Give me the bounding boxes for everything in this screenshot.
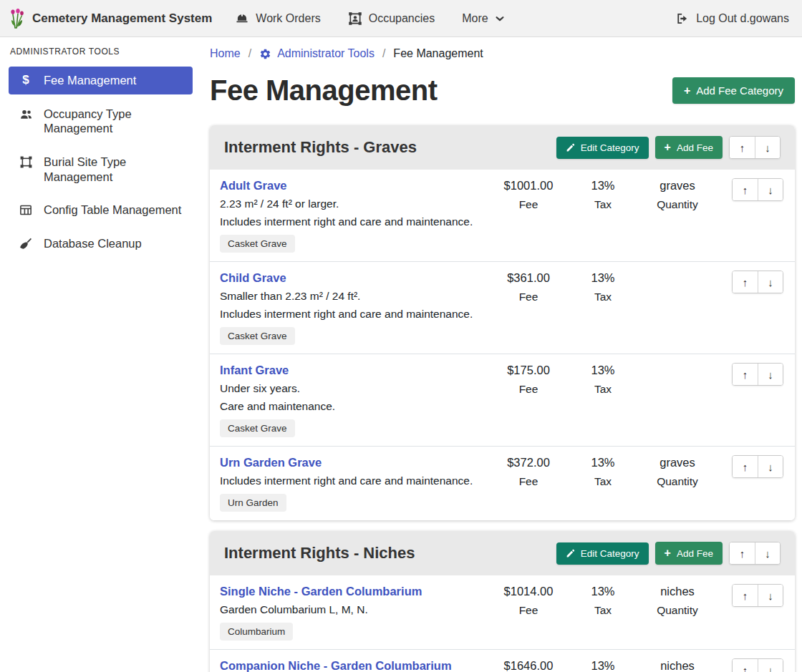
- fee-tax: 13%: [566, 271, 640, 285]
- chevron-down-icon: [495, 14, 505, 24]
- fee-description: Garden Columbarium L, M, N.: [220, 603, 491, 616]
- fee-amount-label: Fee: [491, 475, 566, 488]
- sidebar-item-fee-management[interactable]: $ Fee Management: [9, 67, 193, 94]
- plus-icon: +: [684, 85, 690, 97]
- move-fee-down-button[interactable]: ↓: [758, 659, 783, 672]
- breadcrumb-separator: /: [248, 47, 251, 60]
- nav-work-orders[interactable]: Work Orders: [235, 11, 320, 26]
- fee-quantity-label: Quantity: [640, 604, 715, 617]
- nav-work-orders-label: Work Orders: [256, 12, 320, 25]
- sidebar-item-burial-site-type-management[interactable]: Burial Site Type Management: [9, 148, 193, 190]
- fee-name-link[interactable]: Single Niche - Garden Columbarium: [220, 585, 422, 598]
- edit-category-label: Edit Category: [581, 548, 639, 559]
- move-category-up-button[interactable]: ↑: [730, 542, 755, 564]
- tulip-logo-icon: [9, 9, 26, 29]
- breadcrumb-admin-tools-link[interactable]: Administrator Tools: [259, 47, 375, 60]
- move-fee-up-button[interactable]: ↑: [733, 271, 758, 293]
- fee-type-badge: Casket Grave: [220, 235, 295, 253]
- fee-description: 2.23 m² / 24 ft² or larger.: [220, 198, 491, 210]
- gear-icon: [259, 48, 271, 60]
- users-icon: [17, 107, 34, 122]
- fee-description: Includes interment right and care and ma…: [220, 215, 491, 228]
- sidebar-items: $ Fee Management Occupancy Type Manageme…: [10, 67, 193, 258]
- move-fee-up-button[interactable]: ↑: [733, 179, 758, 200]
- fee-quantity: niches: [640, 659, 715, 672]
- fee-description: Includes interment right and care and ma…: [220, 308, 491, 321]
- sidebar-item-database-cleanup[interactable]: Database Cleanup: [9, 230, 193, 258]
- fee-name-link[interactable]: Adult Grave: [220, 179, 287, 193]
- fee-reorder-group: ↑ ↓: [732, 658, 783, 672]
- fee-reorder-group: ↑ ↓: [732, 363, 783, 386]
- fee-description: Smaller than 2.23 m² / 24 ft².: [220, 290, 491, 303]
- move-fee-down-button[interactable]: ↓: [758, 179, 783, 200]
- broom-icon: [17, 237, 34, 251]
- fee-name-link[interactable]: Infant Grave: [220, 364, 289, 377]
- breadcrumb-separator: /: [382, 47, 385, 60]
- fee-quantity-label: Quantity: [640, 475, 715, 488]
- fee-row: Child Grave Smaller than 2.23 m² / 24 ft…: [210, 262, 795, 354]
- move-fee-down-button[interactable]: ↓: [758, 271, 783, 293]
- edit-category-button[interactable]: Edit Category: [556, 542, 649, 565]
- fee-quantity: graves: [640, 179, 715, 193]
- move-fee-up-button[interactable]: ↑: [733, 659, 758, 672]
- sidebar-item-occupancy-type-management[interactable]: Occupancy Type Management: [9, 100, 193, 142]
- breadcrumb-home-link[interactable]: Home: [210, 47, 241, 60]
- app-brand[interactable]: Cemetery Management System: [9, 9, 212, 29]
- fee-amount: $175.00: [491, 364, 566, 377]
- fee-name-link[interactable]: Urn Garden Grave: [220, 456, 322, 469]
- fee-list: Single Niche - Garden Columbarium Garden…: [210, 575, 795, 672]
- top-navbar: Cemetery Management System Work Orders: [0, 0, 802, 37]
- fee-row: Companion Niche - Garden Columbarium Gar…: [210, 650, 795, 672]
- fee-type-badge: Casket Grave: [220, 419, 295, 437]
- sidebar-item-label: Occupancy Type Management: [44, 107, 184, 136]
- move-category-down-button[interactable]: ↓: [755, 542, 780, 564]
- fee-reorder-group: ↑ ↓: [732, 271, 783, 293]
- plus-icon: +: [665, 547, 671, 559]
- move-category-down-button[interactable]: ↓: [755, 137, 780, 158]
- main-nav: Work Orders Occupancies More: [235, 11, 504, 26]
- move-fee-up-button[interactable]: ↑: [733, 364, 758, 385]
- fee-name-link[interactable]: Child Grave: [220, 271, 286, 285]
- add-fee-category-label: Add Fee Category: [696, 84, 783, 97]
- fee-type-badge: Casket Grave: [220, 327, 295, 345]
- pencil-icon: [566, 549, 575, 558]
- move-fee-down-button[interactable]: ↓: [758, 585, 783, 606]
- fee-amount: $361.00: [491, 271, 566, 285]
- add-fee-button[interactable]: + Add Fee: [655, 542, 723, 565]
- logout-icon: [675, 11, 690, 26]
- nav-more-label: More: [462, 12, 488, 25]
- fee-quantity: niches: [640, 585, 715, 598]
- hard-hat-icon: [235, 11, 249, 26]
- move-fee-down-button[interactable]: ↓: [758, 364, 783, 385]
- fee-type-badge: Urn Garden: [220, 494, 286, 512]
- sidebar-item-config-table-management[interactable]: Config Table Management: [9, 196, 193, 224]
- edit-category-label: Edit Category: [581, 142, 639, 153]
- sidebar-item-label: Database Cleanup: [44, 236, 142, 251]
- fee-tax: 13%: [566, 179, 640, 193]
- fee-quantity-label: Quantity: [640, 198, 715, 211]
- nav-more[interactable]: More: [462, 12, 504, 25]
- fee-type-badge: Columbarium: [220, 623, 293, 641]
- add-fee-category-button[interactable]: + Add Fee Category: [672, 77, 795, 104]
- logout-button[interactable]: Log Out d.gowans: [675, 11, 789, 26]
- move-fee-up-button[interactable]: ↑: [733, 585, 758, 606]
- fee-row: Urn Garden Grave Includes interment righ…: [210, 447, 795, 520]
- move-fee-down-button[interactable]: ↓: [758, 456, 783, 477]
- breadcrumb-current: Fee Management: [393, 47, 483, 60]
- fee-row: Infant Grave Under six years.Care and ma…: [210, 354, 795, 447]
- add-fee-label: Add Fee: [677, 142, 713, 153]
- fee-description: Under six years.: [220, 382, 491, 395]
- sidebar-item-label: Burial Site Type Management: [44, 155, 184, 184]
- move-category-up-button[interactable]: ↑: [730, 137, 755, 158]
- fee-name-link[interactable]: Companion Niche - Garden Columbarium: [220, 659, 452, 672]
- table-icon: [17, 203, 34, 217]
- app-title: Cemetery Management System: [32, 11, 212, 26]
- fee-amount-label: Fee: [491, 291, 566, 303]
- occupancy-frame-icon: [348, 11, 362, 26]
- add-fee-button[interactable]: + Add Fee: [655, 136, 723, 159]
- nav-occupancies[interactable]: Occupancies: [348, 11, 435, 26]
- fee-amount-label: Fee: [491, 604, 566, 617]
- move-fee-up-button[interactable]: ↑: [733, 456, 758, 477]
- fee-description: Includes interment right and care and ma…: [220, 474, 491, 487]
- edit-category-button[interactable]: Edit Category: [556, 137, 649, 159]
